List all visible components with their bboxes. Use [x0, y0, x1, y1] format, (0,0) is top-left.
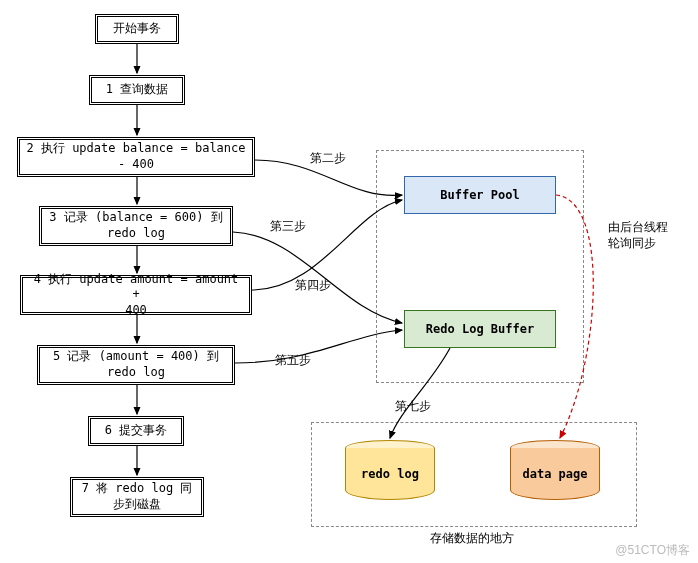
flow-step-2-label: 2 执行 update balance = balance - 400	[26, 141, 245, 172]
watermark: @51CTO博客	[615, 542, 690, 559]
redo-log-buffer-box: Redo Log Buffer	[404, 310, 556, 348]
flow-step-4: 4 执行 update amount = amount + 400	[20, 275, 252, 315]
flow-step-3-label: 3 记录 (balance = 600) 到 redo log	[49, 210, 222, 241]
data-page-label: data page	[522, 467, 587, 481]
flow-step-4-label: 4 执行 update amount = amount + 400	[29, 272, 243, 319]
edge-label-step5: 第五步	[275, 352, 311, 369]
flow-step-6: 6 提交事务	[88, 416, 184, 446]
edge-label-step2: 第二步	[310, 150, 346, 167]
data-page-cylinder: data page	[510, 440, 600, 500]
flow-step-5: 5 记录 (amount = 400) 到 redo log	[37, 345, 235, 385]
flow-step-3: 3 记录 (balance = 600) 到 redo log	[39, 206, 233, 246]
flow-start-label: 开始事务	[113, 21, 161, 37]
buffer-pool-box: Buffer Pool	[404, 176, 556, 214]
flow-step-7-label: 7 将 redo log 同 步到磁盘	[82, 481, 193, 512]
flow-step-2: 2 执行 update balance = balance - 400	[17, 137, 255, 177]
redo-log-buffer-label: Redo Log Buffer	[426, 322, 534, 336]
edge-label-step4: 第四步	[295, 277, 331, 294]
bg-sync-line2: 轮询同步	[608, 236, 656, 250]
bg-sync-line1: 由后台线程	[608, 220, 668, 234]
redo-log-label: redo log	[361, 467, 419, 481]
redo-log-cylinder: redo log	[345, 440, 435, 500]
flow-step-5-label: 5 记录 (amount = 400) 到 redo log	[53, 349, 219, 380]
storage-group-label: 存储数据的地方	[430, 530, 514, 547]
flow-step-6-label: 6 提交事务	[105, 423, 167, 439]
flow-step-1: 1 查询数据	[89, 75, 185, 105]
flow-start: 开始事务	[95, 14, 179, 44]
flow-step-7: 7 将 redo log 同 步到磁盘	[70, 477, 204, 517]
buffer-pool-label: Buffer Pool	[440, 188, 519, 202]
edge-label-bg-sync: 由后台线程 轮询同步	[608, 220, 668, 251]
edge-label-step7: 第七步	[395, 398, 431, 415]
edge-label-step3: 第三步	[270, 218, 306, 235]
flow-step-1-label: 1 查询数据	[106, 82, 168, 98]
